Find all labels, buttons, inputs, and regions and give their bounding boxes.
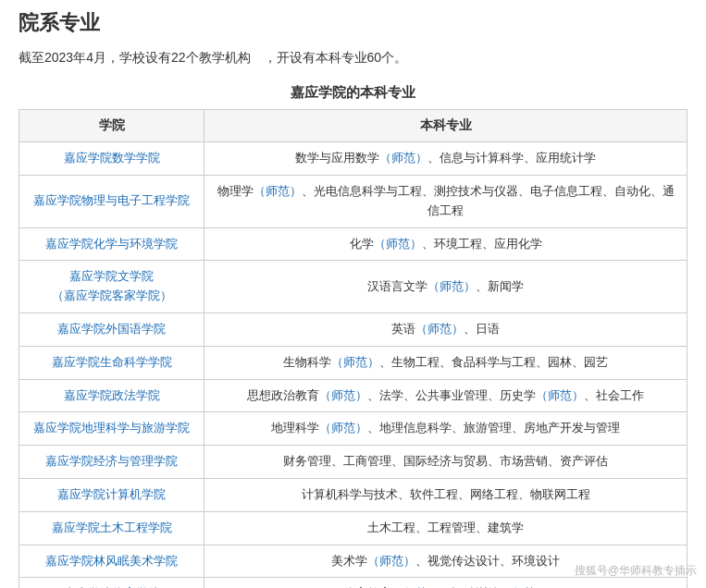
shifan-link[interactable]: （师范） [415, 322, 464, 336]
shifan-link[interactable]: （师范） [536, 388, 584, 402]
college-cell: 嘉应学院经济与管理学院 [19, 446, 204, 479]
table-row: 嘉应学院文学院（嘉应学院客家学院）汉语言文学（师范）、新闻学 [19, 261, 687, 313]
table-row: 嘉应学院土木工程学院土木工程、工程管理、建筑学 [19, 511, 687, 545]
table-row: 嘉应学院数学学院数学与应用数学（师范）、信息与计算科学、应用统计学 [19, 142, 687, 176]
college-cell: 嘉应学院外国语学院 [19, 312, 204, 346]
shifan-link[interactable]: （师范） [379, 151, 427, 165]
shifan-link[interactable]: （师范） [374, 237, 422, 251]
shifan-link[interactable]: （师范） [319, 388, 367, 402]
majors-cell: 物理学（师范）、光电信息科学与工程、测控技术与仪器、电子信息工程、自动化、通信工… [204, 175, 687, 227]
majors-cell: 土木工程、工程管理、建筑学 [204, 511, 687, 545]
college-cell: 嘉应学院地理科学与旅游学院 [19, 412, 204, 446]
college-cell: 嘉应学院化学与环境学院 [19, 227, 204, 261]
college-cell: 嘉应学院数学学院 [19, 142, 204, 176]
college-link[interactable]: 嘉应学院文学院 [69, 269, 154, 283]
table-header-row: 学院 本科专业 [19, 110, 687, 142]
page-title: 院系专业 [19, 9, 687, 37]
table-row: 嘉应学院物理与电子工程学院物理学（师范）、光电信息科学与工程、测控技术与仪器、电… [19, 175, 687, 227]
table-row: 嘉应学院外国语学院英语（师范）、日语 [19, 312, 687, 346]
majors-cell: 汉语言文学（师范）、新闻学 [204, 261, 687, 313]
college-link[interactable]: 嘉应学院外国语学院 [57, 322, 166, 336]
shifan-link[interactable]: （师范） [331, 355, 379, 369]
majors-cell: 计算机科学与技术、软件工程、网络工程、物联网工程 [204, 478, 687, 511]
table-row: 嘉应学院体育学院体育教育（师范）、运动训练（师范） [19, 578, 687, 588]
college-link[interactable]: 嘉应学院政法学院 [64, 388, 160, 402]
college-link[interactable]: 嘉应学院数学学院 [64, 151, 160, 165]
majors-cell: 数学与应用数学（师范）、信息与计算科学、应用统计学 [204, 142, 687, 176]
college-link[interactable]: 嘉应学院生命科学学院 [52, 355, 172, 369]
college-link[interactable]: 嘉应学院计算机学院 [57, 487, 166, 501]
majors-cell: 地理科学（师范）、地理信息科学、旅游管理、房地产开发与管理 [204, 412, 687, 446]
college-link[interactable]: 嘉应学院经济与管理学院 [45, 454, 178, 468]
college-cell: 嘉应学院土木工程学院 [19, 511, 204, 545]
majors-cell: 美术学（师范）、视觉传达设计、环境设计 [204, 545, 687, 578]
majors-cell: 体育教育（师范）、运动训练（师范） [204, 578, 687, 588]
table-row: 嘉应学院政法学院思想政治教育（师范）、法学、公共事业管理、历史学（师范）、社会工… [19, 379, 687, 412]
college-link[interactable]: 嘉应学院物理与电子工程学院 [33, 193, 190, 207]
table-row: 嘉应学院林风眠美术学院美术学（师范）、视觉传达设计、环境设计 [19, 545, 687, 578]
header-college: 学院 [19, 110, 204, 142]
majors-cell: 财务管理、工商管理、国际经济与贸易、市场营销、资产评估 [204, 446, 687, 479]
table-title: 嘉应学院的本科专业 [19, 84, 687, 102]
intro-text: 截至2023年4月，学校设有22个教学机构 ，开设有本科专业60个。 [19, 46, 687, 69]
college-link[interactable]: 嘉应学院地理科学与旅游学院 [33, 421, 190, 435]
majors-cell: 英语（师范）、日语 [204, 312, 687, 346]
college-cell: 嘉应学院体育学院 [19, 578, 204, 588]
table-row: 嘉应学院经济与管理学院财务管理、工商管理、国际经济与贸易、市场营销、资产评估 [19, 446, 687, 479]
shifan-link[interactable]: （师范） [254, 184, 302, 198]
majors-table: 学院 本科专业 嘉应学院数学学院数学与应用数学（师范）、信息与计算科学、应用统计… [19, 109, 687, 588]
college-link[interactable]: 嘉应学院土木工程学院 [52, 521, 172, 534]
college-link[interactable]: （嘉应学院客家学院） [52, 288, 172, 302]
college-cell: 嘉应学院林风眠美术学院 [19, 545, 204, 578]
table-row: 嘉应学院生命科学学院生物科学（师范）、生物工程、食品科学与工程、园林、园艺 [19, 346, 687, 379]
college-cell: 嘉应学院计算机学院 [19, 478, 204, 511]
college-cell: 嘉应学院生命科学学院 [19, 346, 204, 379]
shifan-link[interactable]: （师范） [319, 421, 367, 435]
header-majors: 本科专业 [204, 110, 687, 142]
college-cell: 嘉应学院物理与电子工程学院 [19, 175, 204, 227]
table-row: 嘉应学院化学与环境学院化学（师范）、环境工程、应用化学 [19, 227, 687, 261]
table-row: 嘉应学院计算机学院计算机科学与技术、软件工程、网络工程、物联网工程 [19, 478, 687, 511]
college-link[interactable]: 嘉应学院化学与环境学院 [45, 237, 178, 251]
shifan-link[interactable]: （师范） [427, 279, 476, 293]
majors-cell: 化学（师范）、环境工程、应用化学 [204, 227, 687, 261]
shifan-link[interactable]: （师范） [367, 554, 415, 568]
table-row: 嘉应学院地理科学与旅游学院地理科学（师范）、地理信息科学、旅游管理、房地产开发与… [19, 412, 687, 446]
college-cell: 嘉应学院文学院（嘉应学院客家学院） [19, 261, 204, 313]
majors-cell: 思想政治教育（师范）、法学、公共事业管理、历史学（师范）、社会工作 [204, 379, 687, 412]
college-cell: 嘉应学院政法学院 [19, 379, 204, 412]
majors-cell: 生物科学（师范）、生物工程、食品科学与工程、园林、园艺 [204, 346, 687, 379]
college-link[interactable]: 嘉应学院林风眠美术学院 [45, 554, 178, 568]
